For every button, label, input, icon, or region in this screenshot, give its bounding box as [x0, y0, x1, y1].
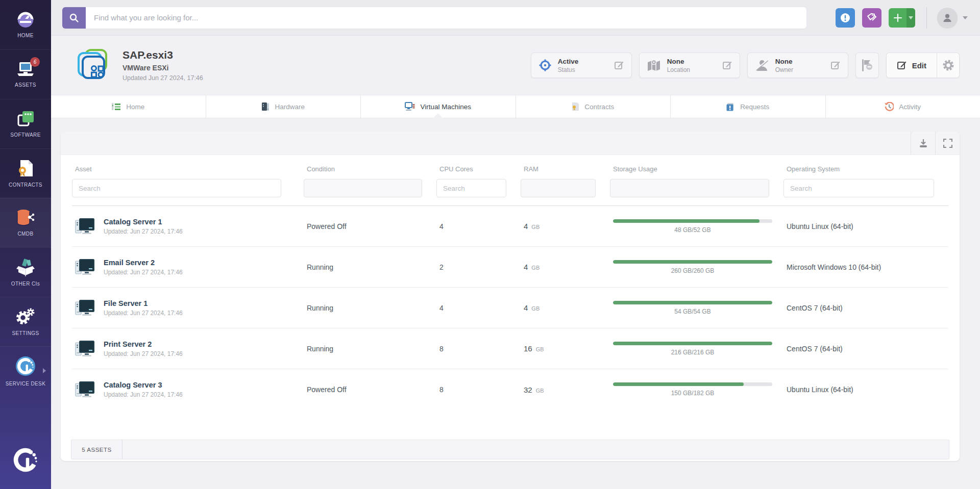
ram-unit: GB [531, 224, 540, 230]
gear-icon [942, 59, 954, 71]
add-dropdown-caret-icon[interactable] [906, 8, 915, 28]
ram-value: 4 [524, 263, 528, 271]
sidebar-item-other-cis[interactable]: OTHER CIs [0, 247, 51, 297]
tab-home[interactable]: Home [51, 95, 206, 118]
user-menu-caret-icon[interactable] [963, 16, 968, 19]
column-header-asset[interactable]: Asset [72, 165, 304, 173]
tab-requests[interactable]: Requests [670, 95, 825, 118]
sidebar-item-label: SOFTWARE [10, 132, 41, 138]
sidebar-item-home[interactable]: HOME [0, 0, 51, 49]
ram-unit: GB [536, 388, 544, 394]
brand-logo [0, 445, 51, 489]
table-row[interactable]: Catalog Server 1 Updated: Jun 27 2024, 1… [72, 206, 948, 247]
storage-progress-bar [613, 219, 772, 223]
column-header-operating-system[interactable]: Operating System [783, 165, 948, 173]
asset-name[interactable]: Print Server 2 [104, 340, 183, 348]
owner-value: None [775, 58, 793, 65]
column-header-ram[interactable]: RAM [521, 165, 610, 173]
tab-label: Contracts [584, 103, 614, 111]
asset-name[interactable]: Catalog Server 1 [104, 218, 183, 226]
tags-icon [866, 12, 877, 23]
computer-icon [75, 218, 95, 235]
tab-virtual-machines[interactable]: Virtual Machines [360, 95, 516, 118]
edit-button-label: Edit [912, 61, 926, 70]
search-input[interactable] [86, 7, 806, 29]
sidebar-item-contracts[interactable]: CONTRACTS [0, 148, 51, 198]
tab-contracts[interactable]: Contracts [516, 95, 671, 118]
contract-document-icon [17, 159, 34, 177]
asset-updated-text: Updated: Jun 27 2024, 17:46 [104, 350, 183, 357]
storage-label: 54 GB/54 GB [613, 308, 772, 315]
user-avatar[interactable] [937, 8, 958, 28]
operating-system-cell: CentOS 7 (64-bit) [783, 304, 948, 312]
tab-label: Home [126, 103, 144, 111]
add-button[interactable] [889, 8, 915, 28]
edit-button[interactable]: Edit [887, 53, 937, 78]
tab-activity[interactable]: Activity [825, 95, 980, 118]
ram-value: 16 [524, 344, 532, 353]
asset-name[interactable]: Catalog Server 3 [104, 381, 183, 389]
status-label: Status [558, 66, 579, 73]
sidebar-item-label: SETTINGS [12, 330, 39, 337]
global-search [62, 7, 806, 29]
location-label: Location [667, 66, 690, 73]
filter-os-input[interactable] [783, 179, 934, 197]
search-button[interactable] [62, 7, 86, 29]
filter-condition-input[interactable] [304, 179, 422, 197]
filter-cpu-input[interactable] [436, 179, 506, 197]
table-row[interactable]: File Server 1 Updated: Jun 27 2024, 17:4… [72, 288, 948, 328]
cpu-cores-cell: 8 [436, 385, 521, 394]
asset-cell[interactable]: Catalog Server 1 Updated: Jun 27 2024, 1… [72, 218, 304, 235]
app-root: HOME 6 ASSETS SOFTWARE CONTRACTS C [0, 0, 980, 489]
column-header-condition[interactable]: Condition [304, 165, 436, 173]
edit-location-icon[interactable] [711, 60, 732, 70]
asset-cell[interactable]: Email Server 2 Updated: Jun 27 2024, 17:… [72, 259, 304, 276]
table-row[interactable]: Catalog Server 3 Updated: Jun 27 2024, 1… [72, 369, 948, 410]
asset-cell[interactable]: Print Server 2 Updated: Jun 27 2024, 17:… [72, 340, 304, 357]
tab-label: Virtual Machines [420, 103, 471, 111]
location-card[interactable]: None Location [639, 53, 740, 78]
owner-card[interactable]: None Owner [747, 53, 848, 78]
table-row[interactable]: Email Server 2 Updated: Jun 27 2024, 17:… [72, 247, 948, 288]
fullscreen-button[interactable] [935, 132, 960, 155]
home-list-icon [112, 102, 121, 111]
ram-cell: 4 GB [521, 303, 610, 312]
asset-settings-button[interactable] [937, 53, 959, 78]
ram-cell: 4 GB [521, 263, 610, 271]
sidebar-item-cmdb[interactable]: CMDB [0, 198, 51, 247]
sidebar-item-software[interactable]: SOFTWARE [0, 99, 51, 148]
status-card[interactable]: Active Status [531, 53, 632, 78]
flag-button[interactable] [855, 53, 879, 78]
asset-cell[interactable]: Catalog Server 3 Updated: Jun 27 2024, 1… [72, 381, 304, 398]
column-header-storage-usage[interactable]: Storage Usage [610, 165, 783, 173]
sidebar: HOME 6 ASSETS SOFTWARE CONTRACTS C [0, 0, 51, 489]
filter-asset-input[interactable] [72, 179, 281, 197]
filter-storage-input[interactable] [610, 179, 769, 197]
tab-hardware[interactable]: Hardware [206, 95, 361, 118]
condition-cell: Running [304, 304, 436, 312]
tab-label: Hardware [275, 103, 305, 111]
condition-cell: Running [304, 345, 436, 353]
sidebar-item-assets[interactable]: 6 ASSETS [0, 49, 51, 99]
operating-system-cell: Ubuntu Linux (64-bit) [783, 385, 948, 394]
export-button[interactable] [911, 132, 935, 155]
table-row[interactable]: Print Server 2 Updated: Jun 27 2024, 17:… [72, 328, 948, 369]
asset-cell[interactable]: File Server 1 Updated: Jun 27 2024, 17:4… [72, 299, 304, 317]
sidebar-item-service-desk[interactable]: SERVICE DESK [0, 346, 51, 396]
asset-name[interactable]: File Server 1 [104, 299, 183, 307]
tags-button[interactable] [862, 8, 881, 28]
asset-name[interactable]: Email Server 2 [104, 259, 183, 267]
table-body: Catalog Server 1 Updated: Jun 27 2024, 1… [72, 206, 948, 410]
column-header-cpu-cores[interactable]: CPU Cores [436, 165, 521, 173]
filter-ram-input[interactable] [521, 179, 596, 197]
ram-value: 32 [524, 385, 532, 394]
gauge-icon [16, 11, 35, 28]
sidebar-item-settings[interactable]: SETTINGS [0, 297, 51, 346]
table-toolbar [61, 132, 960, 155]
assets-count-badge: 6 [30, 57, 40, 67]
condition-cell: Powered Off [304, 222, 436, 230]
alerts-button[interactable] [836, 8, 855, 28]
edit-owner-icon[interactable] [819, 60, 841, 70]
edit-status-icon[interactable] [603, 60, 624, 70]
storage-cell: 48 GB/52 GB [610, 219, 772, 234]
